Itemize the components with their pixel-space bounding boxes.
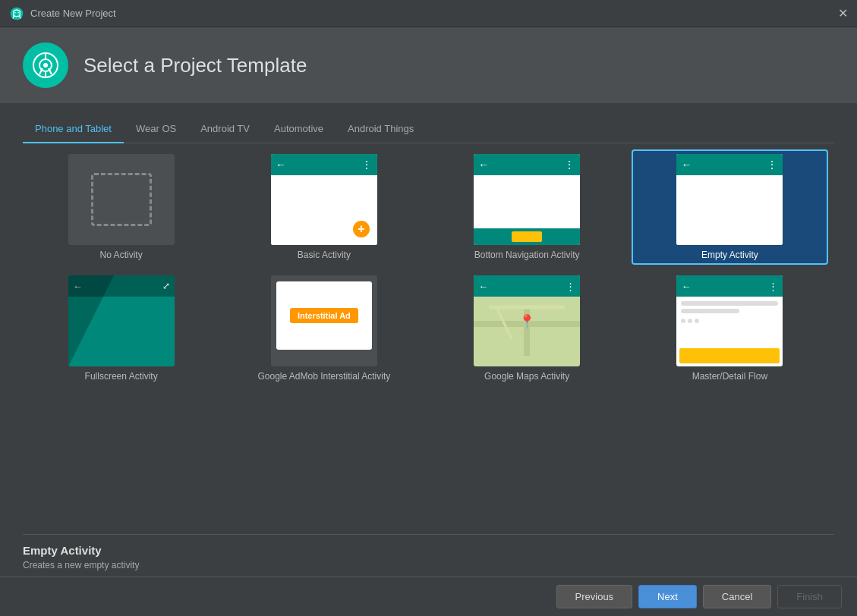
- description-title: Empty Activity: [23, 544, 834, 557]
- tab-android-things[interactable]: Android Things: [336, 115, 426, 143]
- category-tabs: Phone and Tablet Wear OS Android TV Auto…: [23, 115, 834, 143]
- close-button[interactable]: ✕: [838, 8, 848, 20]
- description-area: Empty Activity Creates a new empty activ…: [23, 534, 834, 577]
- phone-toolbar-bottom-nav: ← ⋮: [474, 154, 580, 175]
- more-options-icon: ⋮: [566, 281, 575, 292]
- template-label-fullscreen: Fullscreen Activity: [85, 371, 158, 382]
- template-label-no-activity: No Activity: [100, 250, 143, 260]
- phone-mockup-empty: ← ⋮: [676, 154, 783, 245]
- next-button[interactable]: Next: [638, 585, 697, 608]
- title-bar: Create New Project ✕: [0, 0, 857, 27]
- md-dot-1: [681, 319, 685, 323]
- interstitial-card: Interstitial Ad: [276, 281, 372, 350]
- phone-body-bottom-nav: [474, 175, 580, 228]
- more-options-icon: ⋮: [768, 281, 778, 292]
- phone-mockup-basic: ← ⋮ +: [271, 154, 377, 245]
- empty-body: [676, 175, 783, 245]
- interstitial-badge: Interstitial Ad: [290, 308, 358, 323]
- back-arrow-icon: ←: [478, 159, 489, 171]
- android-logo-icon: [9, 6, 24, 21]
- map-toolbar: ← ⋮: [474, 275, 580, 297]
- dialog-footer: Previous Next Cancel Finish: [0, 577, 857, 616]
- nav-indicator: [512, 231, 542, 242]
- phone-toolbar-empty: ← ⋮: [676, 154, 783, 175]
- map-pin-icon: 📍: [518, 313, 535, 330]
- template-label-master-detail: Master/Detail Flow: [692, 371, 767, 382]
- bottom-nav-bar: [474, 228, 580, 245]
- previous-button[interactable]: Previous: [556, 585, 633, 608]
- template-preview-bottom-nav: ← ⋮: [474, 154, 580, 245]
- tab-wear-os[interactable]: Wear OS: [124, 115, 188, 143]
- template-empty-activity[interactable]: ← ⋮ Empty Activity: [632, 149, 828, 265]
- template-grid-wrapper: No Activity ← ⋮ +: [23, 143, 834, 534]
- svg-point-0: [11, 7, 24, 20]
- more-options-icon: ⋮: [564, 159, 575, 171]
- template-preview-maps: ← ⋮ 📍: [474, 275, 580, 366]
- md-body: [676, 297, 783, 345]
- template-label-bottom-nav: Bottom Navigation Activity: [474, 250, 580, 260]
- template-basic-activity[interactable]: ← ⋮ + Basic Activity: [225, 149, 422, 265]
- template-fullscreen[interactable]: ← ⤢ Fullscreen Activity: [23, 271, 219, 386]
- finish-button: Finish: [777, 585, 842, 608]
- template-label-interstitial: Google AdMob Interstitial Activity: [258, 371, 391, 382]
- md-line-1: [681, 301, 778, 306]
- template-grid: No Activity ← ⋮ +: [23, 149, 834, 386]
- template-interstitial[interactable]: Interstitial Ad Google AdMob Interstitia…: [225, 271, 422, 386]
- svg-point-2: [17, 11, 19, 13]
- template-master-detail[interactable]: ← ⋮: [632, 271, 828, 386]
- svg-point-7: [43, 63, 48, 68]
- main-content: Phone and Tablet Wear OS Android TV Auto…: [0, 103, 857, 577]
- page-title: Select a Project Template: [83, 54, 307, 77]
- description-text: Creates a new empty activity: [23, 560, 834, 570]
- template-label-basic: Basic Activity: [298, 250, 351, 260]
- dialog: Select a Project Template Phone and Tabl…: [0, 27, 857, 616]
- header-icon: [23, 42, 68, 88]
- dialog-header: Select a Project Template: [0, 27, 857, 103]
- template-preview-interstitial: Interstitial Ad: [271, 275, 377, 366]
- phone-body-basic: +: [271, 175, 377, 245]
- template-preview-master-detail: ← ⋮: [676, 275, 783, 366]
- template-preview-empty: ← ⋮: [676, 154, 783, 245]
- md-line-2: [681, 309, 739, 313]
- phone-mockup-fullscreen: ← ⤢: [68, 275, 175, 366]
- fab-icon: +: [353, 221, 370, 237]
- tab-phone-tablet[interactable]: Phone and Tablet: [23, 115, 124, 143]
- template-preview-no-activity: [68, 154, 175, 245]
- back-arrow-icon: ←: [681, 281, 691, 292]
- android-studio-icon: [32, 52, 59, 79]
- cancel-button[interactable]: Cancel: [703, 585, 771, 608]
- md-dot-3: [695, 319, 699, 323]
- back-arrow-icon: ←: [478, 281, 488, 292]
- master-detail-mockup: ← ⋮: [676, 275, 783, 366]
- title-bar-title: Create New Project: [30, 8, 116, 19]
- dashed-placeholder: [91, 173, 152, 226]
- md-bottom-bar: [679, 348, 780, 363]
- template-no-activity[interactable]: No Activity: [23, 149, 219, 265]
- back-arrow-icon: ←: [681, 159, 692, 171]
- more-options-icon: ⋮: [361, 159, 373, 171]
- tab-android-tv[interactable]: Android TV: [188, 115, 262, 143]
- fullscreen-bg: [68, 275, 175, 366]
- phone-toolbar-basic: ← ⋮: [271, 154, 377, 175]
- tab-automotive[interactable]: Automotive: [262, 115, 336, 143]
- template-label-empty: Empty Activity: [701, 250, 758, 260]
- svg-point-1: [14, 11, 16, 13]
- md-dots: [681, 319, 778, 323]
- back-arrow-icon: ←: [276, 159, 286, 171]
- md-dot-2: [688, 319, 692, 323]
- more-options-icon: ⋮: [767, 159, 778, 171]
- phone-mockup-bottom-nav: ← ⋮: [474, 154, 580, 245]
- map-mockup: ← ⋮ 📍: [474, 275, 580, 366]
- template-label-maps: Google Maps Activity: [484, 371, 569, 382]
- md-toolbar: ← ⋮: [676, 275, 783, 297]
- template-maps[interactable]: ← ⋮ 📍: [429, 271, 625, 386]
- template-preview-fullscreen: ← ⤢: [68, 275, 175, 366]
- template-preview-basic: ← ⋮ +: [271, 154, 377, 245]
- title-bar-left: Create New Project: [9, 6, 116, 21]
- interstitial-mockup: Interstitial Ad: [271, 275, 377, 366]
- template-bottom-nav[interactable]: ← ⋮ Bottom Navigation Activity: [429, 149, 625, 265]
